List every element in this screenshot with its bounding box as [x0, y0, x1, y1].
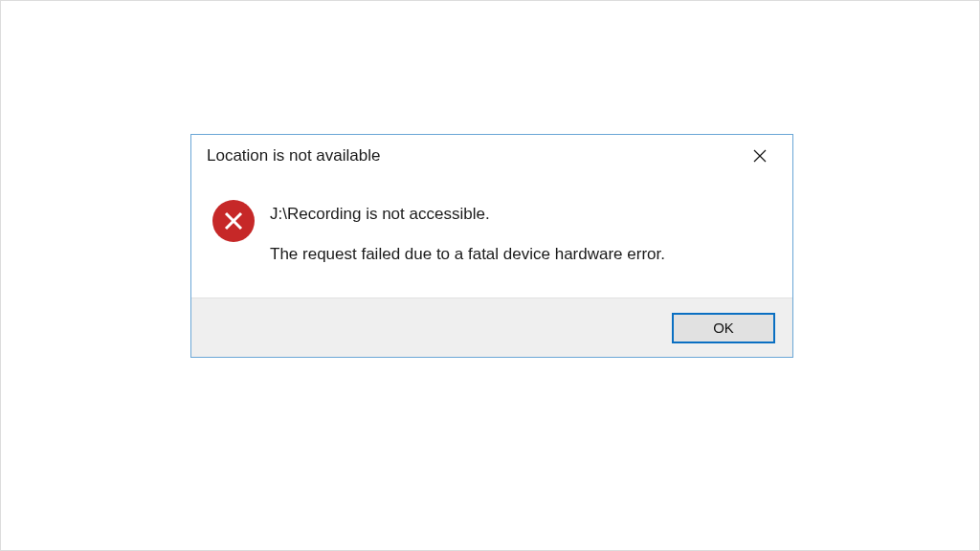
action-bar: OK — [191, 298, 792, 357]
dialog-title: Location is not available — [207, 146, 380, 165]
icon-column — [212, 200, 255, 265]
error-icon — [212, 200, 255, 242]
ok-button-label: OK — [713, 320, 734, 336]
close-icon — [753, 149, 767, 163]
dialog-content: J:\Recording is not accessible. The requ… — [191, 177, 792, 298]
error-dialog: Location is not available — [190, 134, 793, 358]
message-line-1: J:\Recording is not accessible. — [270, 204, 773, 225]
message-line-2: The request failed due to a fatal device… — [270, 244, 773, 265]
screen-background: Location is not available — [0, 0, 980, 551]
ok-button[interactable]: OK — [672, 313, 775, 343]
message-column: J:\Recording is not accessible. The requ… — [270, 200, 773, 265]
close-button[interactable] — [741, 141, 779, 171]
titlebar: Location is not available — [191, 135, 792, 177]
